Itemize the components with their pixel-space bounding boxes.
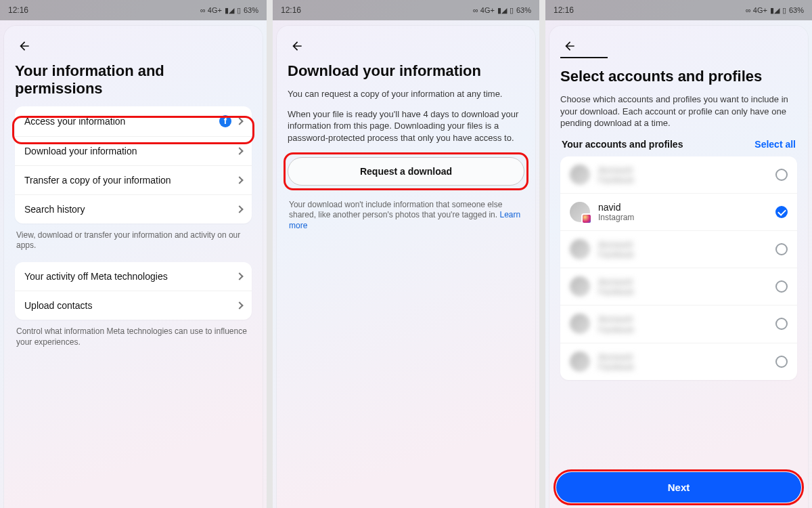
row-search-history[interactable]: Search history (15, 195, 252, 224)
row-activity-off-meta[interactable]: Your activity off Meta technologies (15, 262, 252, 291)
back-button[interactable] (560, 37, 579, 56)
chevron-right-icon (235, 272, 243, 280)
card-activity: Your activity off Meta technologies Uplo… (15, 262, 252, 320)
row-label: Your activity off Meta technologies (24, 271, 168, 282)
account-row[interactable]: AccountFacebook (560, 305, 797, 343)
row-label: Download your information (24, 146, 137, 156)
select-all-link[interactable]: Select all (754, 139, 796, 150)
note: Your download won't include information … (289, 200, 523, 232)
status-net: ∞ 4G+ (746, 6, 767, 14)
select-radio[interactable] (775, 280, 788, 293)
status-net: ∞ 4G+ (473, 6, 495, 14)
account-name: Account (598, 314, 634, 324)
status-signal-icon: ▮◢ (497, 6, 507, 15)
status-bar: 12:16 ∞ 4G+ ▮◢ ▯ 63% (273, 0, 539, 20)
row-download-info[interactable]: Download your information (15, 137, 252, 166)
caption-1: View, download or transfer your informat… (16, 230, 250, 251)
status-bar: 12:16 ∞ 4G+ ▮◢ ▯ 63% (545, 0, 812, 20)
caption-2: Control what information Meta technologi… (16, 326, 250, 347)
para-2: When your file is ready you'll have 4 da… (288, 108, 524, 144)
avatar (570, 352, 590, 372)
status-time: 12:16 (8, 5, 28, 15)
chevron-right-icon (235, 205, 243, 213)
status-bar: 12:16 ∞ 4G+ ▮◢ ▯ 63% (0, 0, 267, 20)
battery-icon: ▯ (237, 6, 241, 15)
page-title: Select accounts and profiles (560, 68, 797, 85)
next-button[interactable]: Next (556, 472, 801, 503)
account-name: Account (598, 352, 634, 362)
chevron-right-icon (235, 301, 243, 309)
status-time: 12:16 (554, 5, 574, 15)
arrow-left-icon (290, 39, 304, 53)
row-label: Access your information (24, 116, 125, 127)
select-radio[interactable] (775, 206, 788, 218)
account-sub: Facebook (598, 325, 634, 335)
status-battery: 63% (244, 6, 258, 14)
status-battery: 63% (789, 6, 804, 14)
account-name: navid (598, 202, 634, 213)
row-transfer-copy[interactable]: Transfer a copy of your information (15, 166, 252, 195)
status-net: ∞ 4G+ (200, 6, 222, 14)
status-right: ∞ 4G+ ▮◢ ▯ 63% (200, 6, 258, 15)
sheet-2: Download your information You can reques… (277, 26, 535, 508)
account-row[interactable]: navidInstagram (560, 194, 797, 231)
para-1: You can request a copy of your informati… (288, 88, 524, 100)
account-row[interactable]: AccountFacebook (560, 343, 797, 380)
section-head: Your accounts and profiles Select all (562, 139, 796, 150)
accounts-card: AccountFacebooknavidInstagramAccountFace… (560, 156, 797, 380)
select-radio[interactable] (775, 356, 788, 368)
select-radio[interactable] (775, 243, 788, 255)
phone-2: 12:16 ∞ 4G+ ▮◢ ▯ 63% Download your infor… (273, 0, 539, 508)
avatar (570, 276, 590, 297)
sheet-1: Your information and permissions Access … (4, 26, 263, 508)
row-access-info[interactable]: Access your information f (15, 106, 252, 137)
battery-icon: ▯ (510, 6, 514, 15)
chevron-right-icon (235, 176, 243, 184)
account-sub: Facebook (598, 362, 634, 372)
row-label: Search history (24, 204, 85, 215)
note-text: Your download won't include information … (289, 200, 502, 220)
account-row[interactable]: AccountFacebook (560, 156, 797, 194)
avatar (570, 314, 590, 334)
page-title: Your information and permissions (15, 62, 252, 98)
back-button[interactable] (288, 37, 307, 56)
row-upload-contacts[interactable]: Upload contacts (15, 291, 252, 320)
phone-1: 12:16 ∞ 4G+ ▮◢ ▯ 63% Your information an… (0, 0, 267, 508)
account-sub: Facebook (598, 175, 634, 185)
chevron-right-icon (235, 147, 243, 154)
chevron-right-icon (235, 117, 243, 125)
account-row[interactable]: AccountFacebook (560, 231, 797, 268)
row-label: Transfer a copy of your information (24, 175, 171, 186)
account-name: Account (598, 276, 634, 287)
select-radio[interactable] (775, 169, 788, 181)
para: Choose which accounts and profiles you w… (560, 93, 797, 129)
arrow-left-icon (18, 39, 31, 53)
next-wrap: Next (556, 472, 801, 503)
account-row[interactable]: AccountFacebook (560, 268, 797, 305)
arrow-left-icon (563, 39, 577, 53)
avatar (570, 165, 590, 185)
status-signal-icon: ▮◢ (225, 6, 234, 15)
request-button-wrap: Request a download (288, 155, 524, 188)
avatar (570, 202, 590, 222)
tab-underline (560, 57, 608, 58)
request-download-button[interactable]: Request a download (288, 157, 524, 186)
row-label: Upload contacts (24, 300, 92, 311)
facebook-icon: f (219, 115, 231, 127)
sheet-3: Select accounts and profiles Choose whic… (549, 26, 808, 508)
page-title: Download your information (288, 62, 524, 80)
status-right: ∞ 4G+ ▮◢ ▯ 63% (746, 6, 804, 15)
account-sub: Facebook (598, 250, 634, 259)
phone-3: 12:16 ∞ 4G+ ▮◢ ▯ 63% Select accounts and… (545, 0, 812, 508)
status-time: 12:16 (281, 5, 301, 15)
account-name: Account (598, 165, 634, 175)
avatar (570, 239, 590, 259)
select-radio[interactable] (775, 318, 788, 330)
status-right: ∞ 4G+ ▮◢ ▯ 63% (473, 6, 531, 15)
back-button[interactable] (15, 37, 34, 56)
account-sub: Facebook (598, 287, 634, 297)
account-sub: Instagram (598, 213, 634, 222)
battery-icon: ▯ (782, 6, 786, 15)
status-signal-icon: ▮◢ (770, 6, 780, 15)
account-name: Account (598, 239, 634, 250)
